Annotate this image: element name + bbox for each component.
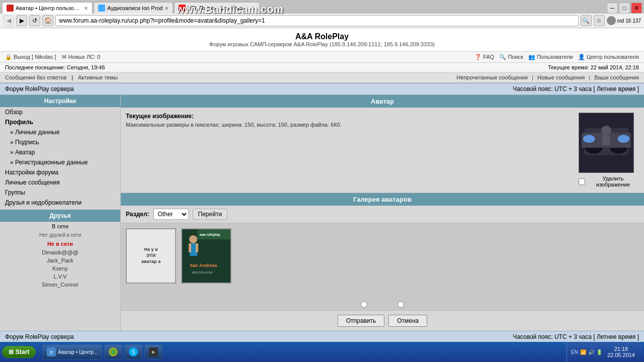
taskbar-btn-ie[interactable]: e Аватар • Центр... <box>42 344 102 359</box>
gallery-radio-0[interactable] <box>361 301 367 308</box>
current-image-label: Текущее изображение: <box>126 113 397 120</box>
tab-2[interactable]: VFL.Ru это, фотохран... ✕ <box>174 2 260 14</box>
gallery-thumb-0[interactable]: На у иЭТИаватар а <box>126 228 176 284</box>
tab-favicon-2 <box>179 5 186 12</box>
friend-jackpack[interactable]: Jack_Pack <box>0 256 120 264</box>
active-topics-link[interactable]: Активные темы <box>78 74 118 80</box>
top-nav-left: 🔒 Выход [ Nikolas ] ✉ Новых ЛС: 0 <box>5 54 100 60</box>
user-center-icon: 👤 <box>578 54 585 60</box>
search-link[interactable]: 🔍 Поиск <box>499 54 523 60</box>
offline-status: Не в сети <box>0 239 120 248</box>
tab-favicon-0 <box>7 5 14 12</box>
svg-text:aaa roleplay: aaa roleplay <box>200 233 220 237</box>
site-title: A&A RolePlay <box>4 32 640 41</box>
time-display: 21:18 22.05.2014 <box>604 345 638 359</box>
last-visit: Последнее посещение: Сегодня, 19:46 <box>5 64 105 70</box>
footer-forum-title: Форум RolePlay сервера <box>5 333 74 340</box>
search-icon[interactable]: 🔍 <box>581 15 592 26</box>
taskbar-btn-chrome[interactable] <box>104 344 122 359</box>
footer-timezone: Часовой пояс: UTC + 3 часа [ Летнее врем… <box>513 333 639 340</box>
avatar-header: Аватар <box>121 95 644 108</box>
sidebar-item-personal[interactable]: Личные данные <box>0 127 120 137</box>
sidebar-item-avatar[interactable]: Аватар <box>0 147 120 157</box>
gallery-radio-1[interactable] <box>397 301 404 308</box>
friends-header: Друзья <box>0 210 120 222</box>
no-replies-link[interactable]: Сообщения без ответов <box>5 74 66 80</box>
go-button[interactable]: Перейти <box>193 209 228 220</box>
clock-time: 21:18 <box>607 346 635 352</box>
message-badge: 137 <box>632 18 641 24</box>
gallery-select[interactable]: Other Общие Игры Аниме GTA <box>153 209 189 220</box>
back-button[interactable]: ◀ <box>3 15 14 26</box>
start-button[interactable]: ⊞ Start <box>2 346 36 358</box>
sidebar-item-groups[interactable]: Группы <box>0 188 120 198</box>
tab-close-2[interactable]: ✕ <box>251 6 255 11</box>
skype-icon: S <box>129 347 138 356</box>
delete-image-checkbox[interactable] <box>579 178 585 185</box>
nav-bar: ◀ ▶ ↺ 🏠 🔍 ☆ md 16 137 <box>0 14 644 28</box>
sidebar-item-overview[interactable]: Обзор <box>0 107 120 117</box>
tab-close-1[interactable]: ✕ <box>165 6 169 11</box>
sidebar-item-profile[interactable]: Профиль <box>0 117 120 127</box>
top-nav: 🔒 Выход [ Nikolas ] ✉ Новых ЛС: 0 ❓ FAQ … <box>0 52 644 63</box>
avatar-spacer <box>403 113 574 188</box>
search-nav-icon: 🔍 <box>499 54 506 60</box>
footer-forum-bar: Форум RolePlay сервера Часовой пояс: UTC… <box>0 331 644 343</box>
close-button[interactable]: ✕ <box>631 3 642 14</box>
taskbar-right: EN 📶 🔊 🔋 21:18 22.05.2014 <box>567 342 642 362</box>
users-link[interactable]: 👥 Пользователи <box>528 54 573 60</box>
forum-bar: Форум RolePlay сервера Часовой пояс: UTC… <box>0 83 644 95</box>
tab-1[interactable]: Аудиозаписи Ion Prod ✕ <box>94 2 173 14</box>
user-center-link[interactable]: 👤 Центр пользователя <box>578 54 639 60</box>
taskbar-btn-winamp[interactable]: ▶ <box>144 344 163 359</box>
faq-link[interactable]: ❓ FAQ <box>474 54 494 60</box>
refresh-button[interactable]: ↺ <box>29 15 40 26</box>
tab-0[interactable]: Аватар • Центр пользова... ✕ <box>2 2 93 14</box>
address-bar[interactable] <box>55 15 579 26</box>
cancel-button[interactable]: Отмена <box>388 315 427 327</box>
friend-lvv[interactable]: L.V.V <box>0 273 120 281</box>
submit-button[interactable]: Отправить <box>338 315 385 327</box>
gallery-radio-row <box>121 299 644 310</box>
friend-simon[interactable]: Simon_Connor <box>0 281 120 289</box>
avatar-svg <box>579 113 633 173</box>
friend-dimasik[interactable]: Dimasik@@@ <box>0 248 120 256</box>
users-icon: 👥 <box>528 54 535 60</box>
avatar-image <box>579 113 634 173</box>
new-messages-link[interactable]: Новые сообщения <box>537 74 585 80</box>
content-area: Аватар Текущее изображение: Максимальные… <box>121 95 644 331</box>
avatar-section: Текущее изображение: Максимальные размер… <box>121 108 644 193</box>
sidebar-item-forum-settings[interactable]: Настройки форума <box>0 167 120 177</box>
forward-button[interactable]: ▶ <box>16 15 27 26</box>
home-button[interactable]: 🏠 <box>42 15 53 26</box>
taskbar-btn-skype[interactable]: S <box>124 344 142 359</box>
unread-link[interactable]: Непрочитанные сообщения <box>457 74 528 80</box>
tab-bar: Аватар • Центр пользова... ✕ Аудиозаписи… <box>0 0 644 14</box>
svg-point-5 <box>583 135 595 143</box>
friend-kseny[interactable]: Kseny <box>0 264 120 273</box>
lang-label: EN <box>571 349 578 355</box>
ie-icon: e <box>47 347 56 356</box>
maximize-button[interactable]: □ <box>619 3 630 14</box>
user-bar: Последнее посещение: Сегодня, 19:46 Теку… <box>0 63 644 72</box>
messages-link[interactable]: ✉ Новых ЛС: 0 <box>62 54 100 60</box>
chrome-icon <box>109 347 118 356</box>
clock-date: 22.05.2014 <box>607 352 635 358</box>
svg-text:MULTIPLAYER: MULTIPLAYER <box>192 271 213 274</box>
site-header: A&A RolePlay Форум игровых САМП-серверов… <box>0 28 644 52</box>
sidebar-item-signature[interactable]: Подпись <box>0 137 120 147</box>
delete-image-row: Удалить изображение <box>579 175 639 188</box>
thumb-svg-1: aaa roleplay San Andreas MULTIPLAYER <box>182 229 230 283</box>
your-messages-link[interactable]: Ваши сообщения <box>594 74 639 80</box>
gallery-controls: Раздел: Other Общие Игры Аниме GTA Перей… <box>121 206 644 223</box>
minimize-button[interactable]: ─ <box>607 3 618 14</box>
sidebar-item-registration[interactable]: Регистрационные данные <box>0 157 120 167</box>
sidebar-item-private-messages[interactable]: Личные сообщения <box>0 177 120 188</box>
tab-close-0[interactable]: ✕ <box>84 6 88 11</box>
gallery-thumb-1[interactable]: aaa roleplay San Andreas MULTIPLAYER <box>181 228 231 284</box>
taskbar-ie-label: Аватар • Центр... <box>58 349 98 355</box>
svg-point-14 <box>189 235 197 243</box>
sidebar-item-friends[interactable]: Друзья и недоброжелатели <box>0 198 120 208</box>
bookmark-icon[interactable]: ☆ <box>594 15 605 26</box>
logout-link[interactable]: 🔒 Выход [ Nikolas ] <box>5 54 56 60</box>
